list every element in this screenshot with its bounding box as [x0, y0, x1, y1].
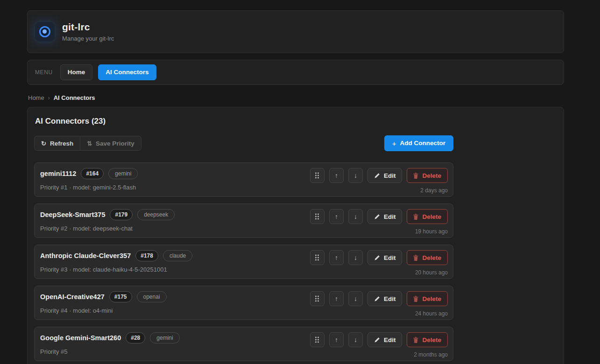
- connector-actions: ↑ ↓ Edit: [310, 250, 448, 265]
- connector-info: DeepSeek-Smart375 #179 deepseek Priority…: [40, 209, 175, 238]
- edit-button-label: Edit: [384, 336, 396, 343]
- trash-icon: [413, 173, 418, 179]
- edit-button[interactable]: Edit: [367, 250, 402, 265]
- connector-list: gemini1112 #164 gemini Priority #1 · mod…: [34, 162, 453, 361]
- edit-button[interactable]: Edit: [367, 168, 402, 183]
- connector-updated-time: 19 hours ago: [415, 228, 448, 235]
- move-up-button[interactable]: ↑: [329, 209, 344, 224]
- connector-row: Anthropic Claude-Clever357 #178 claude P…: [34, 245, 453, 279]
- move-up-button[interactable]: ↑: [329, 332, 344, 347]
- connector-name: OpenAI-Creative427: [40, 293, 105, 301]
- connector-actions-column: ↑ ↓ Edit: [310, 332, 448, 361]
- nav-tab-ai-connectors[interactable]: AI Connectors: [98, 64, 156, 80]
- drag-handle[interactable]: [310, 209, 325, 224]
- up-arrow-icon: ↑: [335, 295, 338, 302]
- drag-handle[interactable]: [310, 250, 325, 265]
- connector-actions: ↑ ↓ Edit: [310, 291, 448, 306]
- connector-actions-column: ↑ ↓ Edit: [310, 209, 448, 238]
- move-up-button[interactable]: ↑: [329, 250, 344, 265]
- menu-label: MENU: [35, 69, 53, 76]
- logo-dot: [42, 29, 47, 34]
- connector-meta: Priority #5: [40, 348, 180, 355]
- trash-icon: [413, 337, 418, 343]
- add-connector-button[interactable]: + Add Connector: [384, 135, 453, 151]
- nav-tab-home-label: Home: [68, 69, 85, 76]
- down-arrow-icon: ↓: [354, 336, 357, 343]
- refresh-button[interactable]: ↻ Refresh: [34, 136, 80, 151]
- connector-updated-time: 2 days ago: [420, 187, 448, 194]
- connector-meta: Priority #4 · model: o4-mini: [40, 307, 167, 314]
- trash-icon: [413, 255, 418, 261]
- connector-name: DeepSeek-Smart375: [40, 211, 105, 218]
- drag-handle[interactable]: [310, 291, 325, 306]
- connector-id-badge: #179: [110, 209, 133, 220]
- breadcrumb-home-link[interactable]: Home: [28, 94, 44, 101]
- connector-actions-column: ↑ ↓ Edit: [310, 250, 448, 279]
- edit-button-label: Edit: [384, 254, 396, 261]
- up-arrow-icon: ↑: [335, 213, 338, 220]
- pencil-icon: [374, 214, 380, 220]
- nav-tab-home[interactable]: Home: [60, 64, 93, 80]
- delete-button[interactable]: Delete: [407, 250, 448, 265]
- drag-handle[interactable]: [310, 332, 325, 347]
- connector-actions: ↑ ↓ Edit: [310, 168, 448, 183]
- plus-icon: +: [392, 140, 396, 147]
- connector-info: OpenAI-Creative427 #175 openai Priority …: [40, 291, 167, 320]
- save-priority-button[interactable]: ⇅ Save Priority: [80, 136, 141, 151]
- connector-id-badge: #178: [135, 250, 158, 261]
- delete-button[interactable]: Delete: [407, 168, 448, 183]
- logo-ring: [39, 26, 50, 37]
- move-down-button[interactable]: ↓: [348, 291, 363, 306]
- move-down-button[interactable]: ↓: [348, 209, 363, 224]
- connector-actions-column: ↑ ↓ Edit: [310, 291, 448, 320]
- app-subtitle: Manage your git-lrc: [62, 35, 114, 42]
- down-arrow-icon: ↓: [354, 254, 357, 261]
- connector-meta: Priority #3 · model: claude-haiku-4-5-20…: [40, 266, 192, 273]
- app-title: git-lrc: [62, 21, 114, 33]
- breadcrumb: Home › AI Connectors: [28, 94, 563, 101]
- connector-row: DeepSeek-Smart375 #179 deepseek Priority…: [34, 203, 453, 238]
- nav-tab-ai-connectors-label: AI Connectors: [106, 69, 148, 76]
- connector-name: Google Gemini-Smart260: [40, 334, 121, 342]
- add-connector-button-label: Add Connector: [400, 140, 446, 147]
- up-arrow-icon: ↑: [335, 172, 338, 179]
- move-up-button[interactable]: ↑: [329, 291, 344, 306]
- move-down-button[interactable]: ↓: [348, 168, 363, 183]
- connector-tag-badge: claude: [163, 250, 192, 261]
- move-down-button[interactable]: ↓: [348, 250, 363, 265]
- pencil-icon: [374, 296, 380, 302]
- edit-button-label: Edit: [384, 295, 396, 302]
- connector-meta: Priority #2 · model: deepseek-chat: [40, 225, 175, 232]
- trash-icon: [413, 296, 418, 302]
- connector-title-line: Google Gemini-Smart260 #28 gemini: [40, 332, 180, 343]
- connector-info: Google Gemini-Smart260 #28 gemini Priori…: [40, 332, 180, 361]
- delete-button[interactable]: Delete: [407, 209, 448, 224]
- delete-button-label: Delete: [422, 295, 441, 302]
- connector-name: Anthropic Claude-Clever357: [40, 252, 131, 259]
- edit-button[interactable]: Edit: [367, 209, 402, 224]
- move-down-button[interactable]: ↓: [348, 332, 363, 347]
- connector-actions: ↑ ↓ Edit: [310, 209, 448, 224]
- up-arrow-icon: ↑: [335, 336, 338, 343]
- delete-button[interactable]: Delete: [407, 291, 448, 306]
- edit-button[interactable]: Edit: [367, 332, 402, 347]
- drag-handle[interactable]: [310, 168, 325, 183]
- down-arrow-icon: ↓: [354, 172, 357, 179]
- down-arrow-icon: ↓: [354, 213, 357, 220]
- edit-button-label: Edit: [384, 213, 396, 220]
- edit-button[interactable]: Edit: [367, 291, 402, 306]
- connector-tag-badge: gemini: [108, 168, 138, 179]
- connector-tag-badge: deepseek: [137, 209, 175, 220]
- menu-bar: MENU Home AI Connectors: [27, 60, 564, 85]
- move-up-button[interactable]: ↑: [329, 168, 344, 183]
- connector-title-line: Anthropic Claude-Clever357 #178 claude: [40, 250, 192, 261]
- connector-tag-badge: openai: [137, 291, 167, 302]
- drag-dots-icon: [315, 295, 319, 302]
- connector-title-line: gemini1112 #164 gemini: [40, 168, 138, 179]
- connector-id-badge: #164: [81, 168, 104, 179]
- connector-info: Anthropic Claude-Clever357 #178 claude P…: [40, 250, 192, 279]
- connector-tag-badge: gemini: [150, 332, 179, 343]
- header-text: git-lrc Manage your git-lrc: [62, 21, 114, 42]
- connector-actions-column: ↑ ↓ Edit: [310, 168, 448, 196]
- delete-button[interactable]: Delete: [407, 332, 448, 347]
